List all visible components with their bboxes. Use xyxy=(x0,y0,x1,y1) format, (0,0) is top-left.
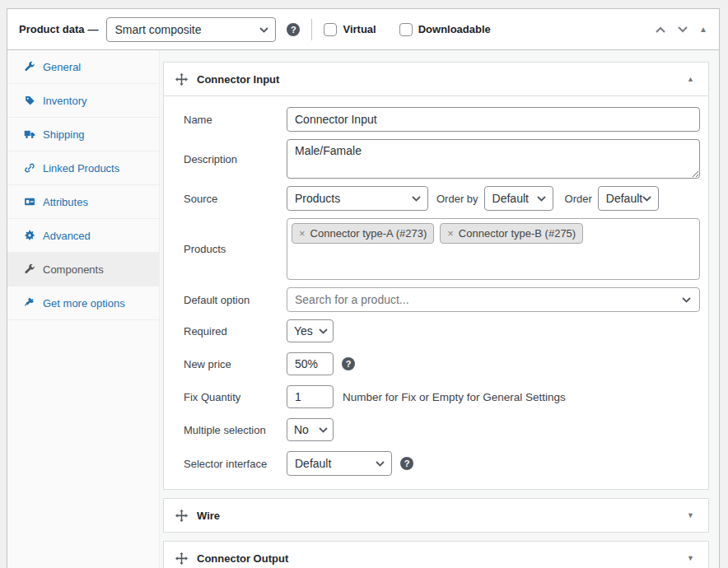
metabox-controls: ▲ xyxy=(655,26,707,34)
description-textarea[interactable]: Male/Famale xyxy=(287,139,700,179)
required-select-value: Yes xyxy=(294,324,313,338)
link-icon xyxy=(24,162,35,174)
sidebar-item-label: Shipping xyxy=(43,128,85,141)
panel-header[interactable]: Connector Output ▼ xyxy=(164,542,708,568)
order-select[interactable]: Default xyxy=(598,186,659,211)
sidebar-item-label: General xyxy=(43,61,81,73)
expand-icon[interactable]: ▼ xyxy=(687,555,694,562)
default-option-placeholder: Search for a product... xyxy=(295,293,409,306)
product-tag-label: Connector type-A (#273) xyxy=(310,227,427,240)
products-multiselect[interactable]: × Connector type-A (#273) × Connector ty… xyxy=(287,218,700,280)
products-label: Products xyxy=(184,243,287,255)
virtual-label[interactable]: Virtual xyxy=(343,23,376,35)
move-down-icon[interactable] xyxy=(677,26,688,34)
chevron-down-icon xyxy=(412,196,421,202)
move-icon[interactable] xyxy=(175,552,188,565)
sidebar-item-linked-products[interactable]: Linked Products xyxy=(7,151,159,185)
attributes-icon xyxy=(24,196,35,207)
sidebar-item-general[interactable]: General xyxy=(7,50,159,84)
collapse-icon[interactable]: ▲ xyxy=(687,76,694,83)
downloadable-checkbox[interactable] xyxy=(399,23,413,36)
default-option-select[interactable]: Search for a product... xyxy=(287,287,700,312)
virtual-checkbox[interactable] xyxy=(324,23,337,36)
help-icon[interactable]: ? xyxy=(342,357,355,370)
chevron-down-icon xyxy=(319,328,328,334)
sidebar-item-label: Inventory xyxy=(43,95,86,107)
description-row: Description Male/Famale xyxy=(184,139,700,179)
panel-header[interactable]: Wire ▼ xyxy=(164,499,708,532)
panel-title: Connector Output xyxy=(197,552,288,565)
sidebar-item-label: Attributes xyxy=(43,196,88,208)
fix-quantity-hint: Number for Fix or Empty for General Sett… xyxy=(343,391,566,403)
downloadable-label[interactable]: Downloadable xyxy=(418,23,491,35)
tag-icon xyxy=(24,95,35,106)
required-label: Required xyxy=(184,325,287,338)
selector-interface-select[interactable]: Default xyxy=(287,451,392,476)
panel-title: Wire xyxy=(197,510,220,522)
product-tag: × Connector type-A (#273) xyxy=(292,223,434,244)
order-by-select[interactable]: Default xyxy=(484,186,553,211)
sidebar-item-get-more-options[interactable]: Get more options xyxy=(7,286,159,320)
sidebar-item-attributes[interactable]: Attributes xyxy=(7,185,159,219)
component-panel-connector-input: Connector Input ▲ Name Description Male/… xyxy=(163,62,709,490)
new-price-row: New price ? xyxy=(184,352,700,375)
description-label: Description xyxy=(184,153,287,165)
help-icon[interactable]: ? xyxy=(400,457,413,470)
product-data-tabs: General Inventory Shipping Linked Produc… xyxy=(7,50,160,568)
move-icon[interactable] xyxy=(175,73,188,86)
name-row: Name xyxy=(184,107,700,132)
sidebar-item-inventory[interactable]: Inventory xyxy=(7,84,159,118)
component-panel-wire: Wire ▼ xyxy=(163,498,709,533)
name-input[interactable] xyxy=(287,107,700,132)
help-icon[interactable]: ? xyxy=(287,23,300,36)
name-label: Name xyxy=(184,114,287,126)
chevron-down-icon xyxy=(682,297,691,303)
sidebar-item-label: Get more options xyxy=(43,297,125,310)
product-data-metabox: Product data — Smart composite ? Virtual… xyxy=(7,8,720,568)
order-by-select-value: Default xyxy=(492,192,529,205)
panel-body: Name Description Male/Famale Source xyxy=(164,95,708,489)
order-by-label: Order by xyxy=(436,193,478,205)
new-price-label: New price xyxy=(184,358,287,370)
panel-title: Connector Input xyxy=(197,73,279,86)
virtual-checkbox-group: Virtual xyxy=(324,23,376,36)
header-divider xyxy=(311,19,312,40)
components-tab-content: Connector Input ▲ Name Description Male/… xyxy=(160,50,719,568)
sidebar-item-components[interactable]: Components xyxy=(7,253,159,286)
plug-icon xyxy=(24,297,35,309)
move-icon[interactable] xyxy=(175,510,188,522)
panel-header[interactable]: Connector Input ▲ xyxy=(164,63,708,95)
order-select-value: Default xyxy=(606,192,642,205)
sidebar-item-label: Components xyxy=(43,263,104,276)
selector-interface-label: Selector interface xyxy=(184,458,287,470)
fix-quantity-input[interactable] xyxy=(287,385,334,408)
move-up-icon[interactable] xyxy=(655,26,666,34)
gear-icon xyxy=(24,230,35,241)
order-label: Order xyxy=(565,193,592,205)
sidebar-item-label: Linked Products xyxy=(43,162,119,175)
expand-icon[interactable]: ▼ xyxy=(687,512,694,519)
product-data-body: General Inventory Shipping Linked Produc… xyxy=(7,50,719,568)
default-option-label: Default option xyxy=(184,294,287,306)
sidebar-item-advanced[interactable]: Advanced xyxy=(7,219,159,253)
remove-tag-icon[interactable]: × xyxy=(447,227,454,240)
product-type-value: Smart composite xyxy=(114,23,201,36)
product-type-select[interactable]: Smart composite xyxy=(106,17,276,42)
source-label: Source xyxy=(184,193,287,205)
multiple-selection-select[interactable]: No xyxy=(287,418,334,441)
chevron-down-icon xyxy=(537,196,546,202)
selector-interface-value: Default xyxy=(295,457,331,470)
chevron-down-icon xyxy=(259,27,268,33)
product-data-header: Product data — Smart composite ? Virtual… xyxy=(7,9,719,50)
product-tag: × Connector type-B (#275) xyxy=(440,223,583,244)
sidebar-item-label: Advanced xyxy=(43,230,91,242)
required-select[interactable]: Yes xyxy=(287,319,334,342)
remove-tag-icon[interactable]: × xyxy=(299,227,306,240)
source-select[interactable]: Products xyxy=(287,186,428,211)
metabox-toggle-icon[interactable]: ▲ xyxy=(699,26,707,34)
new-price-input[interactable] xyxy=(287,352,334,375)
products-row: Products × Connector type-A (#273) × Con… xyxy=(184,218,700,280)
wrench-icon xyxy=(24,61,35,72)
sidebar-item-shipping[interactable]: Shipping xyxy=(7,118,159,151)
default-option-row: Default option Search for a product... xyxy=(184,287,700,312)
